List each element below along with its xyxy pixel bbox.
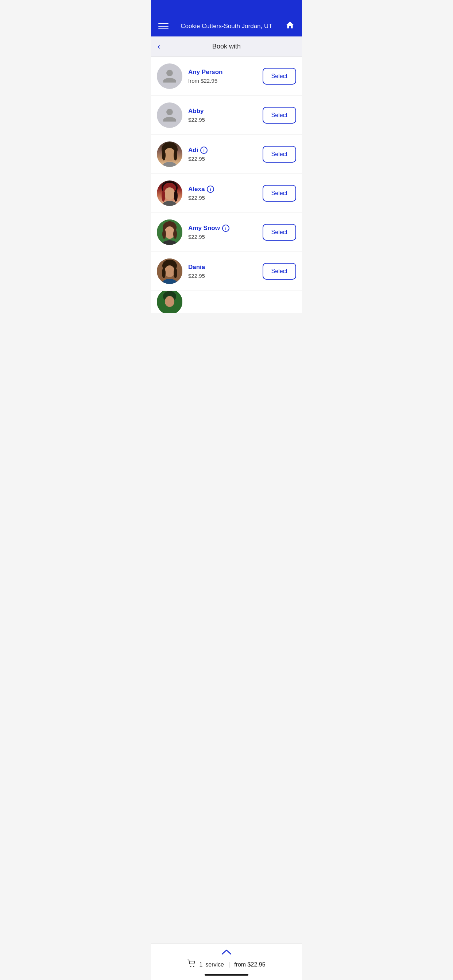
svg-point-20 — [162, 268, 166, 278]
svg-point-25 — [165, 296, 174, 307]
select-button[interactable]: Select — [263, 146, 296, 162]
home-button[interactable] — [284, 21, 295, 32]
staff-info: Dania $22.95 — [188, 264, 263, 279]
select-button[interactable]: Select — [263, 68, 296, 84]
staff-name: Adi i — [188, 146, 263, 154]
sub-header: ‹ Book with — [151, 37, 302, 57]
status-bar — [151, 0, 302, 16]
svg-point-19 — [164, 266, 175, 277]
table-row: Dania $22.95 Select — [151, 252, 302, 291]
staff-price: $22.95 — [188, 234, 263, 240]
svg-point-4 — [162, 162, 177, 167]
select-button[interactable]: Select — [263, 263, 296, 280]
select-button[interactable]: Select — [263, 185, 296, 202]
avatar — [157, 142, 182, 167]
svg-point-15 — [173, 229, 177, 239]
staff-price: $22.95 — [188, 117, 263, 123]
avatar — [157, 258, 182, 284]
svg-point-8 — [161, 190, 165, 202]
svg-point-13 — [164, 226, 175, 239]
back-button[interactable]: ‹ — [158, 42, 160, 51]
staff-price: $22.95 — [188, 195, 263, 201]
staff-name: Abby — [188, 108, 263, 115]
staff-price: from $22.95 — [188, 78, 263, 84]
header-title: Cookie Cutters-South Jordan, UT — [173, 22, 280, 30]
avatar — [157, 102, 182, 128]
info-icon[interactable]: i — [200, 146, 207, 154]
page-title: Book with — [212, 43, 241, 50]
info-icon[interactable]: i — [222, 224, 230, 232]
staff-list: Any Person from $22.95 Select Abby $22.9… — [151, 57, 302, 313]
avatar-placeholder — [157, 64, 182, 89]
table-row: Any Person from $22.95 Select — [151, 57, 302, 96]
svg-point-3 — [174, 150, 177, 161]
svg-point-7 — [164, 188, 175, 200]
table-row: Alexa i $22.95 Select — [151, 174, 302, 213]
avatar — [157, 180, 182, 206]
staff-name: Alexa i — [188, 186, 263, 193]
staff-name: Any Person — [188, 68, 263, 76]
table-row: Amy Snow i $22.95 Select — [151, 213, 302, 252]
select-button[interactable]: Select — [263, 107, 296, 124]
staff-name: Dania — [188, 264, 263, 271]
svg-point-14 — [162, 229, 166, 239]
header: Cookie Cutters-South Jordan, UT — [151, 16, 302, 37]
avatar — [157, 64, 182, 89]
staff-info: Abby $22.95 — [188, 108, 263, 123]
svg-point-9 — [174, 190, 178, 202]
staff-price: $22.95 — [188, 156, 263, 162]
staff-info: Amy Snow i $22.95 — [188, 224, 263, 240]
svg-point-10 — [162, 201, 177, 206]
staff-name: Amy Snow i — [188, 224, 263, 232]
staff-info: Alexa i $22.95 — [188, 186, 263, 201]
svg-point-21 — [174, 268, 177, 278]
staff-info: Any Person from $22.95 — [188, 68, 263, 84]
avatar — [157, 291, 182, 313]
table-row: Adi i $22.95 Select — [151, 135, 302, 174]
menu-button[interactable] — [158, 23, 169, 29]
table-row: Abby $22.95 Select — [151, 96, 302, 135]
staff-info: Adi i $22.95 — [188, 146, 263, 162]
staff-price: $22.95 — [188, 273, 263, 279]
select-button[interactable]: Select — [263, 224, 296, 240]
table-row-partial — [151, 291, 302, 313]
info-icon[interactable]: i — [207, 186, 214, 193]
svg-point-2 — [162, 150, 166, 161]
avatar-placeholder — [157, 102, 182, 128]
avatar — [157, 220, 182, 245]
